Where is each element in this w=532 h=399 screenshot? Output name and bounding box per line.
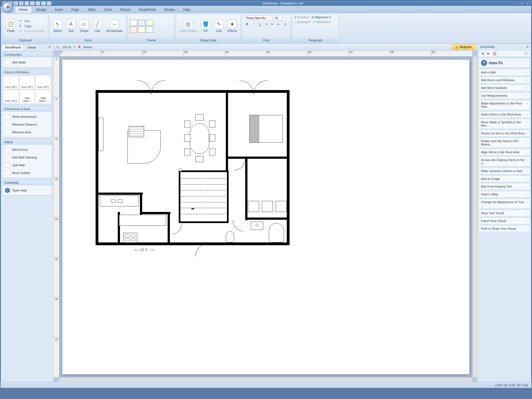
bold-button[interactable]: B [244,22,250,27]
tab-insert[interactable]: Insert [50,6,67,13]
dining-table-symbol[interactable] [190,123,209,154]
theme-swatch[interactable] [138,27,145,33]
wall-opening-symbol[interactable]: Wall Openi... [35,90,51,103]
tab-powerpoint[interactable]: PowerPoint [135,6,160,13]
measure-distance-button[interactable]: Measure Distance [3,121,51,128]
help-info-button[interactable]: ⓘ [524,51,529,56]
zoom-select[interactable]: 125 % [62,45,71,49]
chair-symbol[interactable] [209,134,215,142]
qat-item-icon[interactable] [25,1,29,5]
paste-button[interactable]: 📋Paste [5,19,17,33]
toilet-symbol[interactable] [226,231,234,242]
italic-button[interactable]: I [251,22,256,27]
help-topic[interactable]: Select Items in the Work Area [479,111,530,118]
move-outline-button[interactable]: Move Outline [3,169,51,177]
help-forward-button[interactable]: ▶ [486,51,491,56]
door-symbol[interactable]: Door (28") [35,76,51,89]
theme-swatch[interactable] [138,20,145,26]
canvas-viewport[interactable]: ➡ [60,57,472,377]
help-topic[interactable]: Add Doors and Windows [479,77,530,83]
chair-symbol[interactable] [184,134,190,142]
shape-line-button[interactable]: ✎Line [213,19,225,33]
rulers-toggle-icon[interactable]: ✖ [78,45,81,49]
minimize-button[interactable]: – [515,2,518,5]
cut-button[interactable]: ✂Cut [18,19,46,23]
font-size-select[interactable] [273,16,283,21]
help-topic[interactable]: Add a Wall [479,69,530,76]
quick-styles-button[interactable]: ▦Quick Styles [178,19,198,33]
horizontal-scrollbar[interactable] [60,377,472,382]
qat-item-icon[interactable] [36,1,40,5]
tab-picture[interactable]: Picture [116,6,134,13]
bullets-button[interactable]: ≣ Bullets ▾ [294,16,309,19]
measure-area-button[interactable]: Measure Area [3,128,51,136]
shrink-font-button[interactable]: A↓ [276,22,282,27]
help-topic[interactable]: Add Free-Floating Text [479,183,530,190]
theme-swatch[interactable] [130,20,137,26]
help-topic[interactable]: Make Symbols Uniform in Size [479,168,530,174]
help-topic[interactable]: Use Measurements [479,92,530,99]
door-symbol[interactable]: Door (28") [19,76,35,89]
effects-button[interactable]: ★Effects [226,19,238,33]
show-dimensions-button[interactable]: Show Dimensions [3,113,51,121]
door-symbol[interactable]: Door (28") [3,76,19,89]
chair-symbol[interactable] [209,148,215,155]
add-wall-opening-button[interactable]: Add Wall Opening [3,154,51,161]
strike-button[interactable]: S [264,22,269,27]
help-topic[interactable]: Add an Image [479,175,530,182]
rightpanel-close-button[interactable]: × [527,45,528,48]
alignment-button[interactable]: ☰ Alignment ▾ [311,16,331,19]
fill-button[interactable]: 🪣Fill [200,19,211,33]
add-corner-button[interactable]: Add Corner [3,146,51,154]
help-topic[interactable]: Move Walls or Symbols in the Wor... [479,119,530,129]
tab-page[interactable]: Page [67,6,83,13]
chair-symbol[interactable] [184,121,190,128]
theme-swatch[interactable] [146,20,153,26]
open-help-button[interactable]: ?Open Help [3,186,51,194]
chair-symbol[interactable] [195,156,204,162]
arrowheads-button[interactable]: ↔Arrowheads [105,19,124,33]
appliance-symbol[interactable] [262,201,273,212]
qat-item-icon[interactable] [47,1,51,5]
direction-button[interactable]: ↧ Direction ▾ [312,20,330,24]
spacing-button[interactable]: ↕ Spacing ▾ [294,20,310,24]
help-topic[interactable]: Align Items in the Work Area [479,149,530,155]
qat-item-icon[interactable] [41,1,46,5]
help-topic[interactable]: Make Adjustments to the Floor Plan [479,100,530,110]
qat-item-icon[interactable] [30,1,35,5]
close-button[interactable]: × [526,2,530,5]
tab-review[interactable]: Review [160,6,179,13]
chair-symbol[interactable] [209,121,215,128]
tab-home[interactable]: Home [15,6,32,13]
bed-symbol[interactable] [249,115,283,143]
underline-button[interactable]: U [257,22,263,27]
fireplace-symbol[interactable] [98,118,103,151]
grow-font-button[interactable]: A↑ [270,22,275,27]
maximize-button[interactable]: □ [520,2,524,5]
stove-symbol[interactable] [123,233,137,243]
line-button[interactable]: ╱Line [92,19,103,33]
select-button[interactable]: ↖Select [52,19,63,33]
floor-plan[interactable]: ➡ [96,90,290,245]
font-color-button[interactable]: A [283,22,288,27]
help-topic[interactable]: Resize an Item in the Work Area [479,130,530,137]
qat-undo-icon[interactable]: ↶ [14,1,18,5]
appliance-symbol[interactable] [248,201,259,212]
tab-design[interactable]: Design [32,6,50,13]
door-symbol[interactable]: Door (28") [3,90,19,103]
vertical-scrollbar[interactable] [472,57,477,377]
help-topic[interactable]: Export Your Visual [479,218,530,224]
help-topic[interactable]: Insert a Map [479,191,530,198]
theme-gallery[interactable] [128,14,174,38]
add-walls-button[interactable]: Add Walls [3,58,51,66]
drawing-page[interactable]: ➡ [62,60,469,374]
app-orb-button[interactable]: ✦ [2,2,13,12]
rulers-toggle[interactable]: Rulers [83,45,92,49]
tab-chart[interactable]: Chart [99,6,116,13]
help-topic[interactable]: Rotate and Flip Items in the Works... [479,138,530,148]
shape-button[interactable]: ▭Shape [78,19,90,33]
help-home-button[interactable]: 🏠 [492,51,497,56]
zoom-icon[interactable]: 🔍 [56,45,60,49]
register-button[interactable]: 🔒 Register [452,44,475,50]
tab-help[interactable]: Help [179,6,195,13]
